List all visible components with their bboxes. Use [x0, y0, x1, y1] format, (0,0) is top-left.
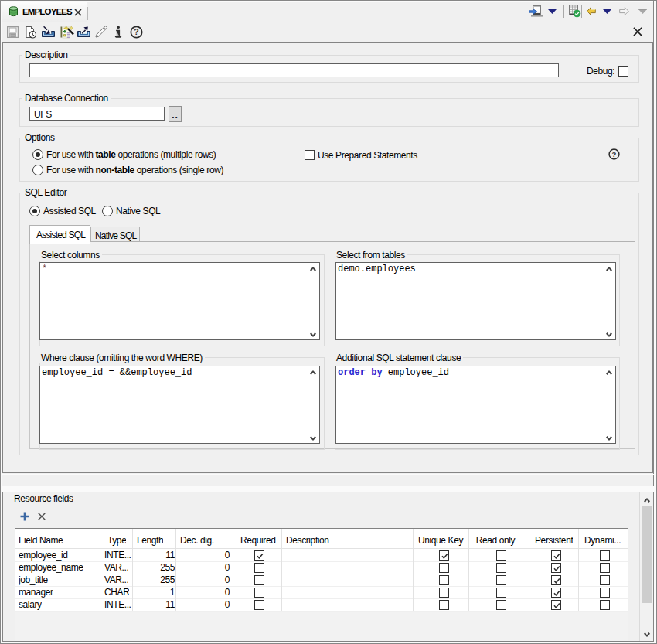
svg-text:?: ?	[612, 150, 617, 158]
svg-text:?: ?	[134, 27, 138, 36]
